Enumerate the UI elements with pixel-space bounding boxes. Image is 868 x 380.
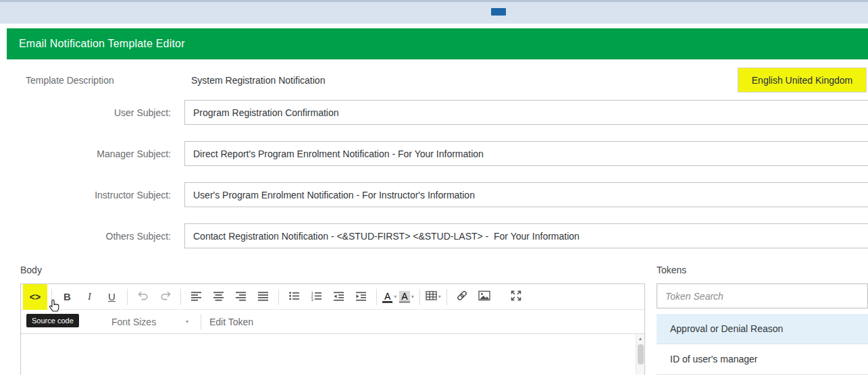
others-subject-label: Others Subject:: [7, 231, 171, 242]
insert-image-button[interactable]: [474, 286, 496, 308]
source-code-button[interactable]: <>: [23, 284, 47, 310]
decrease-indent-icon: [333, 290, 344, 304]
text-color-button[interactable]: A ▾: [381, 291, 398, 303]
user-subject-input[interactable]: [184, 100, 868, 125]
toolbar-separator: [419, 289, 420, 305]
edit-token-button[interactable]: Edit Token: [209, 317, 253, 327]
align-left-icon: [190, 290, 202, 304]
top-blue-indicator: [491, 8, 506, 16]
undo-button[interactable]: [132, 286, 154, 308]
token-list-item[interactable]: ID of user's manager: [657, 344, 868, 375]
editor-toolbar-row1: <> B I U: [21, 284, 644, 310]
chevron-down-icon: ▾: [394, 294, 397, 300]
align-right-icon: [235, 290, 247, 304]
italic-icon: I: [88, 291, 91, 302]
lower-section: Body <> B I U: [7, 265, 868, 375]
subject-form: User Subject: Manager Subject: Instructo…: [7, 100, 868, 248]
undo-icon: [137, 290, 149, 303]
align-right-button[interactable]: [230, 286, 252, 308]
token-search-input[interactable]: [657, 283, 868, 308]
template-description-row: Template Description System Registration…: [7, 67, 868, 92]
align-justify-button[interactable]: [252, 286, 274, 308]
manager-subject-input[interactable]: [184, 141, 868, 166]
template-description-label: Template Description: [7, 75, 191, 86]
toolbar-separator: [446, 289, 447, 305]
align-left-button[interactable]: [185, 286, 207, 308]
bold-icon: B: [63, 291, 71, 302]
instructor-subject-label: Instructor Subject:: [7, 190, 171, 200]
fullscreen-icon: [510, 290, 522, 304]
scroll-up-arrow-icon[interactable]: ▲: [636, 334, 644, 343]
source-code-icon: <>: [30, 292, 41, 302]
tokens-panel: Tokens Approval or Denial Reason ID of u…: [657, 265, 868, 375]
font-sizes-label: Font Sizes: [111, 317, 156, 327]
decrease-indent-button[interactable]: [328, 286, 350, 308]
table-icon: [426, 290, 437, 303]
numbered-list-button[interactable]: 123: [305, 286, 328, 308]
chevron-down-icon: ▾: [186, 319, 188, 325]
chevron-down-icon: ▾: [411, 294, 414, 300]
table-button[interactable]: ▾: [424, 290, 442, 303]
toolbar-separator: [127, 289, 128, 305]
body-editor-column: Body <> B I U: [20, 265, 645, 375]
text-color-icon: A: [382, 291, 392, 303]
insert-link-button[interactable]: [451, 286, 474, 308]
editor-toolbar-row2: Font Sizes ▾ Edit Token: [21, 310, 644, 334]
page-header: Email Notification Template Editor: [7, 28, 868, 59]
form-row-manager-subject: Manager Subject:: [7, 141, 868, 166]
language-selector-button[interactable]: English United Kingdom: [738, 67, 867, 92]
form-row-user-subject: User Subject:: [7, 100, 868, 125]
image-icon: [478, 290, 490, 303]
background-color-button[interactable]: A ▾: [398, 291, 415, 303]
others-subject-input[interactable]: [184, 223, 868, 248]
user-subject-label: User Subject:: [7, 107, 171, 118]
align-center-button[interactable]: [207, 286, 230, 308]
link-icon: [456, 290, 468, 304]
instructor-subject-input[interactable]: [184, 182, 868, 207]
background-color-icon: A: [399, 291, 409, 303]
align-center-icon: [213, 290, 224, 304]
redo-icon: [159, 290, 172, 303]
chevron-down-icon: ▾: [438, 294, 441, 300]
form-row-others-subject: Others Subject:: [7, 223, 868, 248]
align-justify-icon: [257, 290, 269, 304]
page-title: Email Notification Template Editor: [19, 38, 185, 50]
template-editor-window: Email Notification Template Editor Templ…: [7, 28, 868, 375]
underline-icon: U: [108, 291, 116, 302]
rich-text-editor: <> B I U: [20, 283, 645, 375]
browser-chrome-bar: [0, 0, 868, 24]
token-list-item[interactable]: Approval or Denial Reason: [657, 314, 868, 344]
toolbar-separator: [201, 314, 201, 330]
underline-button[interactable]: U: [101, 286, 123, 308]
toolbar-separator: [180, 289, 181, 305]
svg-text:3: 3: [311, 298, 314, 302]
tokens-label: Tokens: [657, 265, 868, 277]
bullet-list-icon: [288, 290, 300, 304]
template-description-value: System Registration Notification: [191, 75, 325, 86]
increase-indent-icon: [355, 290, 367, 304]
fullscreen-button[interactable]: [505, 286, 528, 308]
form-row-instructor-subject: Instructor Subject:: [7, 182, 868, 207]
editor-body-area[interactable]: ▲: [21, 334, 644, 375]
redo-button[interactable]: [154, 286, 176, 308]
body-label: Body: [20, 265, 645, 277]
editor-scrollbar[interactable]: ▲: [636, 334, 644, 375]
mouse-cursor: [48, 299, 61, 316]
increase-indent-button[interactable]: [350, 286, 372, 308]
toolbar-separator: [278, 289, 279, 305]
manager-subject-label: Manager Subject:: [7, 148, 171, 159]
bullet-list-button[interactable]: [283, 286, 305, 308]
scrollbar-thumb[interactable]: [638, 344, 644, 364]
italic-button[interactable]: I: [78, 286, 101, 308]
numbered-list-icon: 123: [311, 290, 322, 304]
source-code-tooltip: Source code: [26, 314, 79, 327]
font-sizes-dropdown[interactable]: Font Sizes ▾: [107, 316, 193, 328]
token-list: Approval or Denial Reason ID of user's m…: [657, 314, 868, 375]
toolbar-separator: [376, 289, 377, 305]
